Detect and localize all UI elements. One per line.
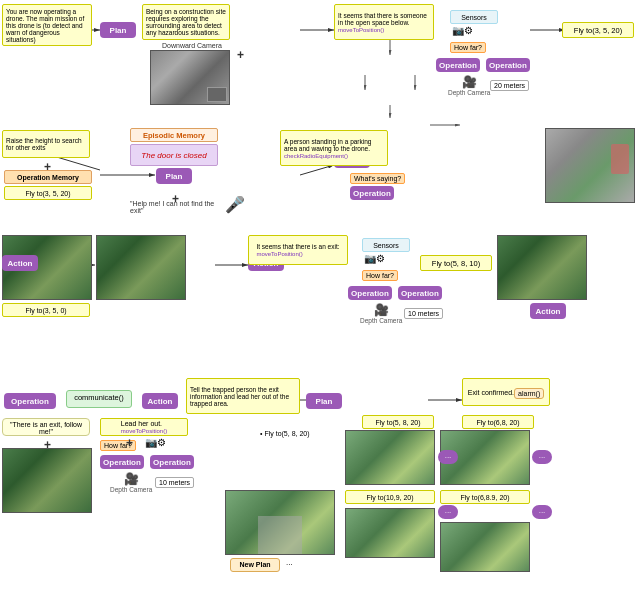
- action2-desc-box: A person standing in a parking area and …: [280, 130, 388, 166]
- road-image-2: [345, 508, 435, 558]
- communicate-box: communicate(): [66, 390, 132, 408]
- depth-camera-1: 🎥 Depth Camera: [448, 75, 490, 96]
- operation-memory-box: Operation Memory: [4, 170, 92, 184]
- fly1-text: Fly to(3, 5, 20): [574, 26, 622, 35]
- dots-btn-3[interactable]: ···: [438, 505, 458, 519]
- main-diagram: You are now operating a drone. The main …: [0, 0, 640, 598]
- sensors2-box: Sensors: [362, 238, 410, 252]
- road-image-3: [440, 522, 530, 572]
- operation3a-button[interactable]: Operation: [348, 286, 392, 300]
- dots-btn-1[interactable]: ···: [438, 450, 458, 464]
- new-plan-box: New Plan: [230, 558, 280, 572]
- dots-btn-4[interactable]: ···: [532, 505, 552, 519]
- how-far-1: How far?: [450, 42, 486, 53]
- plus-sign-1: +: [237, 48, 244, 62]
- lead-out-box: Lead her out.moveToPosition(): [100, 418, 188, 436]
- fly3-box: Fly to(3, 5, 0): [2, 303, 90, 317]
- exit-confirmed-box: Exit confirmed. alarm(): [462, 378, 550, 406]
- operation6a-button[interactable]: Operation: [100, 455, 144, 469]
- how-far-2: How far?: [362, 270, 398, 281]
- alarm-box: alarm(): [514, 388, 544, 399]
- downward-camera-label: Downward Camera: [162, 42, 222, 49]
- speech-bubble-exit: "There is an exit, follow me!": [2, 418, 90, 436]
- action1-desc: It seems that there is someone in the op…: [338, 12, 430, 33]
- downward-camera-image: [150, 50, 230, 105]
- whats-saying-label: What's saying?: [350, 173, 405, 184]
- operation6b-button[interactable]: Operation: [150, 455, 194, 469]
- plan3-button[interactable]: Plan: [306, 393, 342, 409]
- dots-btn-2[interactable]: ···: [532, 450, 552, 464]
- operation2-button[interactable]: Operation: [350, 186, 394, 200]
- svg-line-13: [300, 165, 334, 175]
- meters-2: 10 meters: [404, 308, 443, 319]
- ellipsis-indicator: ···: [286, 560, 293, 569]
- road-image-1: [225, 490, 335, 555]
- action5-button[interactable]: Action: [530, 303, 566, 319]
- exit-desc-box: It seems that there is an exit:moveToPos…: [248, 235, 348, 265]
- action1-desc-box: It seems that there is someone in the op…: [334, 4, 434, 40]
- aerial-image-2: [497, 235, 587, 300]
- action3-button[interactable]: Action: [2, 255, 38, 271]
- raise-height-box: Raise the height to search for other exi…: [2, 130, 90, 158]
- fly1-box: Fly to(3, 5, 20): [562, 22, 634, 38]
- meters-1: 20 meters: [490, 80, 529, 91]
- plan1-desc-box: Being on a construction site requires ex…: [142, 4, 230, 40]
- action2-desc: A person standing in a parking area and …: [284, 138, 384, 159]
- operation3b-button[interactable]: Operation: [398, 286, 442, 300]
- aerial-image-3: [96, 235, 186, 300]
- fly7-box: Fly to(6,8, 20): [462, 415, 534, 429]
- tell-text-box: Tell the trapped person the exit informa…: [186, 378, 300, 414]
- plan2-button[interactable]: Plan: [156, 168, 192, 184]
- plan1-button[interactable]: Plan: [100, 22, 136, 38]
- intro-text: You are now operating a drone. The main …: [6, 8, 88, 43]
- operation1a-button[interactable]: Operation: [436, 58, 480, 72]
- help-text-box: "Help me! I can not find the exit": [130, 200, 220, 214]
- door-closed-box: The door is closed: [130, 144, 218, 166]
- action6-button[interactable]: Action: [142, 393, 178, 409]
- plan1-desc: Being on a construction site requires ex…: [146, 8, 226, 36]
- meters-3: 10 meters: [155, 477, 194, 488]
- fly5b-label: • Fly to(5, 8, 20): [260, 430, 310, 437]
- outdoor-image-1: [345, 430, 435, 485]
- intro-text-box: You are now operating a drone. The main …: [2, 4, 92, 46]
- fly6b-box: Fly to(6,8.9, 20): [440, 490, 530, 504]
- sensors1-box: Sensors: [450, 10, 498, 24]
- depth-camera-3: 🎥 Depth Camera: [110, 472, 152, 493]
- sensor-icons-2: 📷⚙: [364, 253, 385, 264]
- sensor-icons-3: 📷⚙: [145, 437, 166, 448]
- operation1b-button[interactable]: Operation: [486, 58, 530, 72]
- depth-camera-2: 🎥 Depth Camera: [360, 303, 402, 324]
- fly2-box: Fly to(3, 5, 20): [4, 186, 92, 200]
- mic-icon: 🎤: [225, 195, 245, 214]
- sensor-icons-1: 📷⚙: [452, 25, 473, 36]
- parking-image: [545, 128, 635, 203]
- episodic-memory-box: Episodic Memory: [130, 128, 218, 142]
- fly4-box: Fly to(5, 8, 10): [420, 255, 492, 271]
- aerial-image-4: [2, 448, 92, 513]
- operation5-button[interactable]: Operation: [4, 393, 56, 409]
- fly5a-box: Fly to(5, 8, 20): [362, 415, 434, 429]
- plus-sign-5: +: [126, 436, 133, 450]
- fly6a-box: Fly to(10,9, 20): [345, 490, 435, 504]
- tell-text: Tell the trapped person the exit informa…: [190, 386, 296, 407]
